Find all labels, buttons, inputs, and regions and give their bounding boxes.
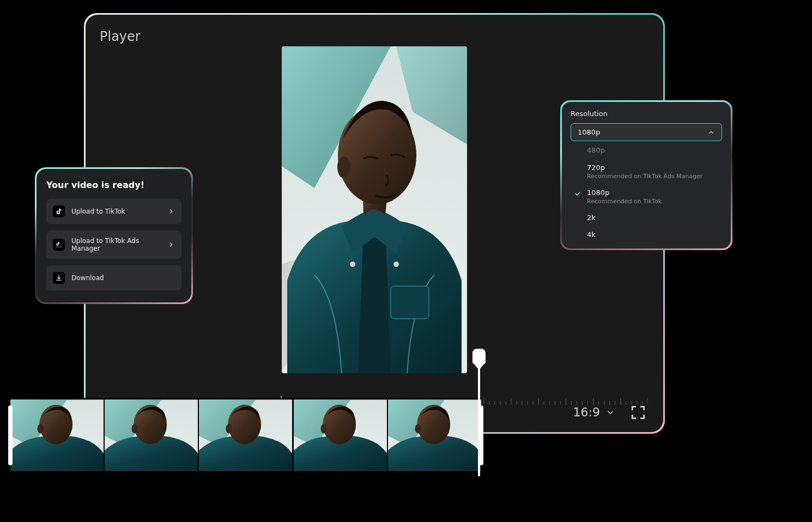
video-ready-title: Your video is ready! [46,180,181,190]
resolution-panel: Resolution 1080p 480p 720p Recommended o… [560,100,732,250]
resolution-options: 480p 720p Recommended on TikTok Ads Mana… [571,144,722,243]
player-title: Player [100,29,141,44]
resolution-title: Resolution [571,110,722,118]
upload-to-ads-manager-button[interactable]: Upload to TikTok Ads Manager [46,230,181,259]
clip-thumb[interactable] [388,398,481,472]
tiktok-icon [53,205,65,217]
aspect-ratio-selector[interactable]: 16:9 [573,405,615,419]
aspect-ratio-value: 16:9 [573,405,600,419]
download-icon [53,272,65,284]
chevron-down-icon [605,408,615,417]
download-button[interactable]: Download [46,265,181,290]
resolution-option-480p[interactable]: 480p [571,144,722,159]
playhead[interactable] [478,362,480,476]
timeline-thumbnails [10,398,481,472]
video-ready-panel: Your video is ready! Upload to TikTok Up… [35,167,193,304]
resolution-option-720p[interactable]: 720p Recommended on TikTok Ads Manager [571,159,722,184]
clip-thumb[interactable] [105,398,198,472]
chevron-right-icon [167,208,175,215]
upload-to-tiktok-button[interactable]: Upload to TikTok [46,199,181,224]
resolution-select[interactable]: 1080p [571,123,722,141]
check-icon [574,190,581,197]
timeline[interactable] [1,384,491,475]
action-label: Download [71,274,104,282]
action-label: Upload to TikTok Ads Manager [71,237,167,252]
fullscreen-icon [629,404,647,421]
clip-thumb[interactable] [294,398,387,472]
resolution-option-4k[interactable]: 4k [571,226,722,243]
action-label: Upload to TikTok [71,208,125,215]
resolution-current: 1080p [578,128,600,136]
fullscreen-button[interactable] [629,404,647,421]
video-preview[interactable] [282,46,467,373]
ads-manager-icon [53,239,65,251]
svg-rect-117 [56,246,62,247]
trim-handle-left[interactable] [8,405,13,465]
chevron-up-icon [707,129,715,136]
preview-frame [282,46,467,373]
resolution-option-2k[interactable]: 2k [571,209,722,226]
chevron-right-icon [167,241,175,248]
clip-thumb[interactable] [10,398,104,472]
resolution-option-1080p[interactable]: 1080p Recommended on TikTok [571,184,722,209]
clip-thumb[interactable] [199,398,292,472]
